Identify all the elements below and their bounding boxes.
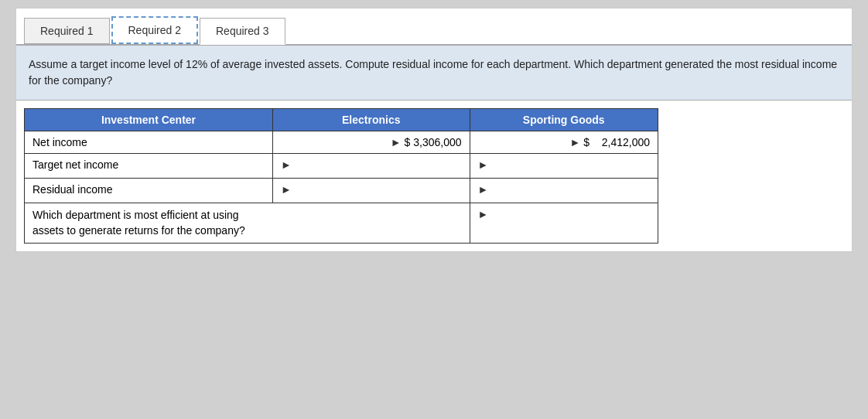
sporting-net-income: ► $ 2,412,000	[470, 131, 658, 154]
arrow-icon: ►	[281, 183, 292, 196]
main-container: Required 1 Required 2 Required 3 Assume …	[0, 0, 868, 419]
tab-required2[interactable]: Required 2	[111, 16, 199, 44]
question-area: Assume a target income level of 12% of a…	[16, 46, 852, 100]
question-text: Assume a target income level of 12% of a…	[29, 58, 837, 87]
table-row: Target net income ► ►	[25, 154, 658, 179]
arrow-icon: ►	[478, 208, 489, 220]
arrow-icon: ►	[391, 136, 402, 148]
table-row: Net income ► $ 3,306,000 ► $ 2,412,000	[25, 131, 658, 154]
arrow-icon: ►	[281, 158, 292, 171]
table-row: Residual income ► ►	[25, 179, 658, 203]
tabs-bar: Required 1 Required 2 Required 3	[16, 9, 852, 46]
arrow-icon: ►	[478, 158, 489, 171]
electronics-net-income: ► $ 3,306,000	[272, 131, 470, 154]
sporting-residual-income-input[interactable]: ►	[470, 179, 658, 203]
col-header-investment-center: Investment Center	[25, 109, 273, 131]
row-label-target-net-income: Target net income	[25, 154, 273, 179]
electronics-target-net-income-input[interactable]: ►	[272, 154, 470, 179]
table-header-row: Investment Center Electronics Sporting G…	[25, 109, 658, 131]
white-panel: Required 1 Required 2 Required 3 Assume …	[15, 8, 853, 252]
col-header-sporting-goods: Sporting Goods	[470, 109, 658, 131]
tab-required1[interactable]: Required 1	[24, 18, 110, 44]
electronics-residual-income-input[interactable]: ►	[272, 179, 470, 203]
arrow-icon: ►	[478, 183, 489, 196]
which-department-input[interactable]: ►	[470, 203, 658, 244]
table-row: Which department is most efficient at us…	[25, 203, 658, 244]
row-label-residual-income: Residual income	[25, 179, 273, 203]
col-header-electronics: Electronics	[272, 109, 470, 131]
arrow-icon: ►	[570, 136, 581, 148]
data-table: Investment Center Electronics Sporting G…	[24, 108, 658, 244]
table-container: Investment Center Electronics Sporting G…	[16, 100, 852, 251]
tab-required3[interactable]: Required 3	[200, 18, 285, 45]
row-label-net-income: Net income	[25, 131, 273, 154]
row-label-which-department: Which department is most efficient at us…	[25, 203, 470, 244]
sporting-target-net-income-input[interactable]: ►	[470, 154, 658, 179]
